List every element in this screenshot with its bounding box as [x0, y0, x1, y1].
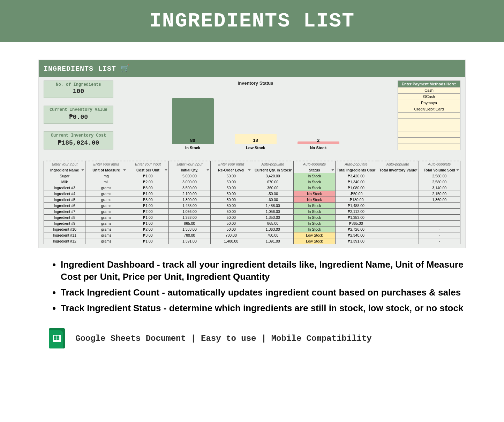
- table-cell[interactable]: Ingredient #7: [44, 209, 85, 215]
- table-cell[interactable]: mg: [85, 173, 127, 179]
- table-cell[interactable]: [377, 173, 419, 179]
- table-cell[interactable]: grams: [85, 238, 127, 244]
- table-cell[interactable]: [377, 215, 419, 221]
- table-cell[interactable]: [377, 221, 419, 227]
- table-cell[interactable]: 3,000.00: [169, 179, 210, 185]
- table-cell[interactable]: 865.00: [252, 221, 293, 227]
- payment-method-cell[interactable]: [398, 131, 460, 138]
- table-cell[interactable]: In Stock: [294, 179, 335, 185]
- table-cell[interactable]: 3,140.00: [419, 185, 460, 191]
- column-header[interactable]: Initial Qty.: [169, 167, 210, 173]
- table-cell[interactable]: ₱1,080.00: [335, 185, 377, 191]
- payment-method-cell[interactable]: Cash: [398, 87, 460, 94]
- column-header[interactable]: Status: [294, 167, 335, 173]
- table-cell[interactable]: ₱1.00: [127, 221, 168, 227]
- table-cell[interactable]: 1,300.00: [169, 197, 210, 203]
- table-cell[interactable]: 780.00: [210, 232, 252, 238]
- filter-icon[interactable]: [456, 169, 459, 171]
- table-cell[interactable]: [377, 227, 419, 232]
- table-cell[interactable]: -: [419, 227, 460, 232]
- table-cell[interactable]: [377, 209, 419, 215]
- table-cell[interactable]: 2,150.00: [419, 191, 460, 197]
- table-cell[interactable]: Ingredient #6: [44, 203, 85, 209]
- table-cell[interactable]: Ingredient #10: [44, 227, 85, 232]
- table-cell[interactable]: 1,360.00: [419, 197, 460, 203]
- table-cell[interactable]: Ingredient #8: [44, 215, 85, 221]
- table-cell[interactable]: 1,391.00: [169, 238, 210, 244]
- table-cell[interactable]: ₱1,488.00: [335, 203, 377, 209]
- table-cell[interactable]: 1,488.00: [169, 203, 210, 209]
- table-cell[interactable]: 50.00: [210, 215, 252, 221]
- table-cell[interactable]: 1,353.00: [252, 215, 293, 221]
- table-cell[interactable]: grams: [85, 227, 127, 232]
- table-row[interactable]: Ingredient #4grams₱1.002,100.0050.00-50.…: [44, 191, 460, 197]
- table-cell[interactable]: In Stock: [294, 221, 335, 227]
- table-row[interactable]: Ingredient #5grams₱3.001,300.0050.00-60.…: [44, 197, 460, 203]
- table-cell[interactable]: ₱1.00: [127, 238, 168, 244]
- table-cell[interactable]: -: [419, 203, 460, 209]
- table-cell[interactable]: [377, 203, 419, 209]
- table-cell[interactable]: grams: [85, 185, 127, 191]
- table-cell[interactable]: -60.00: [252, 197, 293, 203]
- table-cell[interactable]: 50.00: [210, 221, 252, 227]
- table-cell[interactable]: In Stock: [294, 227, 335, 232]
- table-row[interactable]: Ingredient #6grams₱1.001,488.0050.001,48…: [44, 203, 460, 209]
- filter-icon[interactable]: [415, 169, 418, 171]
- table-row[interactable]: Ingredient #10grams₱2.001,363.0050.001,3…: [44, 227, 460, 232]
- table-cell[interactable]: -₱180.00: [335, 197, 377, 203]
- table-cell[interactable]: grams: [85, 197, 127, 203]
- payment-method-cell[interactable]: [398, 113, 460, 119]
- table-row[interactable]: MilkmL₱2.003,000.0050.00670.00In Stock₱1…: [44, 179, 460, 185]
- table-cell[interactable]: ₱1,340.00: [335, 179, 377, 185]
- table-cell[interactable]: grams: [85, 221, 127, 227]
- table-cell[interactable]: 50.00: [210, 203, 252, 209]
- table-cell[interactable]: 360.00: [252, 185, 293, 191]
- table-cell[interactable]: Ingredient #5: [44, 197, 85, 203]
- column-header[interactable]: Current Qty. in Stock: [252, 167, 293, 173]
- payment-method-cell[interactable]: [398, 125, 460, 131]
- filter-icon[interactable]: [373, 169, 376, 171]
- table-cell[interactable]: In Stock: [294, 203, 335, 209]
- payment-method-cell[interactable]: Credit/Debit Card: [398, 106, 460, 113]
- table-row[interactable]: Ingredient #11grams₱3.00780.00780.00780.…: [44, 232, 460, 238]
- filter-icon[interactable]: [165, 169, 167, 171]
- filter-icon[interactable]: [81, 169, 84, 171]
- table-cell[interactable]: ₱1,353.00: [335, 215, 377, 221]
- table-row[interactable]: Sugarmg₱1.005,000.0050.003,420.00In Stoc…: [44, 173, 460, 179]
- table-cell[interactable]: 780.00: [169, 232, 210, 238]
- table-cell[interactable]: In Stock: [294, 185, 335, 191]
- table-cell[interactable]: ₱3.00: [127, 185, 168, 191]
- table-cell[interactable]: No Stock: [294, 191, 335, 197]
- column-header[interactable]: Unit of Measure: [85, 167, 127, 173]
- table-cell[interactable]: 780.00: [252, 232, 293, 238]
- table-cell[interactable]: -: [419, 209, 460, 215]
- table-cell[interactable]: Ingredient #9: [44, 221, 85, 227]
- payment-method-cell[interactable]: [398, 119, 460, 125]
- table-cell[interactable]: [377, 238, 419, 244]
- table-cell[interactable]: Low Stock: [294, 232, 335, 238]
- table-cell[interactable]: 1,056.00: [252, 209, 293, 215]
- table-cell[interactable]: 3,500.00: [169, 185, 210, 191]
- table-cell[interactable]: ₱1.00: [127, 203, 168, 209]
- table-cell[interactable]: ₱2,112.00: [335, 209, 377, 215]
- table-cell[interactable]: 50.00: [210, 179, 252, 185]
- table-cell[interactable]: In Stock: [294, 209, 335, 215]
- table-cell[interactable]: -: [419, 238, 460, 244]
- table-cell[interactable]: grams: [85, 191, 127, 197]
- table-cell[interactable]: In Stock: [294, 215, 335, 221]
- table-cell[interactable]: 50.00: [210, 185, 252, 191]
- table-cell[interactable]: mL: [85, 179, 127, 185]
- table-cell[interactable]: ₱3.00: [127, 232, 168, 238]
- column-header[interactable]: Total Ingredients Cost: [335, 167, 377, 173]
- column-header[interactable]: Cost per Unit: [127, 167, 168, 173]
- table-cell[interactable]: Milk: [44, 179, 85, 185]
- table-cell[interactable]: 1,391.00: [252, 238, 293, 244]
- table-cell[interactable]: Ingredient #11: [44, 232, 85, 238]
- column-header[interactable]: Ingredient Name: [44, 167, 85, 173]
- table-cell[interactable]: 50.00: [210, 191, 252, 197]
- table-cell[interactable]: Ingredient #4: [44, 191, 85, 197]
- table-cell[interactable]: 50.00: [210, 173, 252, 179]
- table-cell[interactable]: ₱3.00: [127, 197, 168, 203]
- table-cell[interactable]: 1,363.00: [169, 227, 210, 232]
- table-cell[interactable]: 50.00: [210, 197, 252, 203]
